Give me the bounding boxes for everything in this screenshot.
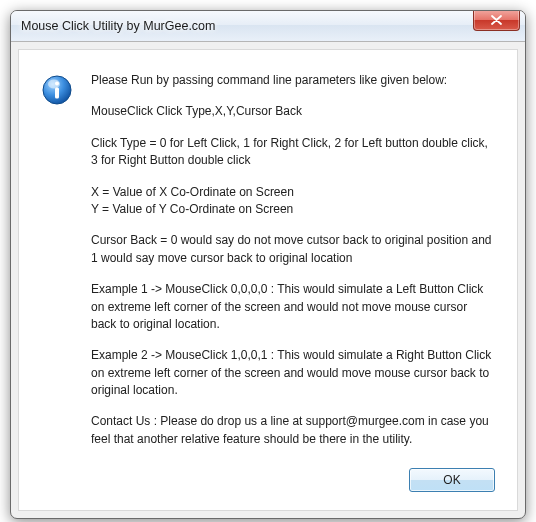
dialog-body: Please Run by passing command line param… [18,49,518,511]
msg-click-type: Click Type = 0 for Left Click, 1 for Rig… [91,135,495,170]
svg-rect-3 [55,88,59,99]
window-title: Mouse Click Utility by MurGee.com [21,19,216,33]
titlebar[interactable]: Mouse Click Utility by MurGee.com [11,11,525,42]
ok-button[interactable]: OK [409,468,495,492]
close-button[interactable] [473,10,520,31]
svg-point-2 [55,82,59,86]
msg-intro: Please Run by passing command line param… [91,72,495,89]
msg-cursor-back: Cursor Back = 0 would say do not move cu… [91,232,495,267]
message-text: Please Run by passing command line param… [91,72,495,448]
close-icon [491,15,502,25]
msg-x: X = Value of X Co-Ordinate on Screen [91,184,495,201]
msg-y: Y = Value of Y Co-Ordinate on Screen [91,201,495,218]
msg-example2: Example 2 -> MouseClick 1,0,0,1 : This w… [91,347,495,399]
msg-example1: Example 1 -> MouseClick 0,0,0,0 : This w… [91,281,495,333]
dialog-window: Mouse Click Utility by MurGee.com [10,10,526,519]
msg-syntax: MouseClick Click Type,X,Y,Cursor Back [91,103,495,120]
button-row: OK [41,468,495,492]
msg-contact: Contact Us : Please do drop us a line at… [91,413,495,448]
info-icon [41,74,73,106]
content-area: Please Run by passing command line param… [41,72,495,448]
